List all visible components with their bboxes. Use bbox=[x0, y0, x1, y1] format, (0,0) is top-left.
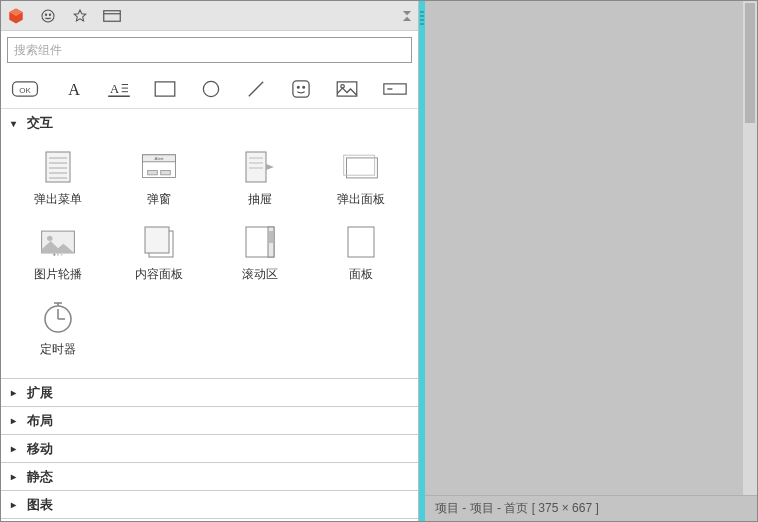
canvas-area[interactable]: 项目 - 项目 - 首页 [ 375 × 667 ] bbox=[425, 1, 757, 521]
carousel-icon bbox=[38, 226, 78, 258]
svg-rect-21 bbox=[384, 83, 406, 93]
caret-right-icon: ▸ bbox=[11, 415, 21, 426]
category-title: 图表 bbox=[27, 496, 53, 514]
left-panel: OK A A ▾ 交互 bbox=[1, 1, 419, 521]
svg-text:Alert: Alert bbox=[154, 156, 164, 161]
svg-point-18 bbox=[303, 86, 305, 88]
popup-menu-icon bbox=[38, 151, 78, 183]
component-label: 滚动区 bbox=[242, 266, 278, 283]
svg-text:OK: OK bbox=[19, 85, 31, 94]
caret-right-icon: ▸ bbox=[11, 387, 21, 398]
caret-right-icon: ▸ bbox=[11, 499, 21, 510]
component-carousel[interactable]: 图片轮播 bbox=[7, 226, 108, 283]
status-bar: 项目 - 项目 - 首页 [ 375 × 667 ] bbox=[425, 495, 757, 521]
svg-point-44 bbox=[60, 254, 62, 256]
svg-point-43 bbox=[57, 254, 59, 256]
component-label: 弹窗 bbox=[147, 191, 171, 208]
category-header-mobile[interactable]: ▸ 移动 bbox=[1, 434, 418, 462]
component-label: 抽屉 bbox=[248, 191, 272, 208]
svg-line-15 bbox=[249, 81, 263, 95]
panel-icon bbox=[341, 226, 381, 258]
box-icon[interactable] bbox=[7, 7, 25, 25]
content-panel-icon bbox=[139, 226, 179, 258]
component-popup-panel[interactable]: 弹出面板 bbox=[311, 151, 412, 208]
caret-right-icon: ▸ bbox=[11, 443, 21, 454]
component-label: 面板 bbox=[349, 266, 373, 283]
svg-rect-32 bbox=[148, 170, 158, 174]
svg-point-14 bbox=[203, 81, 218, 96]
face-icon[interactable] bbox=[291, 78, 312, 100]
category-title: 布局 bbox=[27, 412, 53, 430]
category-header-layout[interactable]: ▸ 布局 bbox=[1, 406, 418, 434]
svg-point-2 bbox=[49, 14, 50, 15]
input-field-icon[interactable] bbox=[382, 78, 408, 100]
svg-point-17 bbox=[298, 86, 300, 88]
svg-rect-33 bbox=[161, 170, 171, 174]
component-panel[interactable]: 面板 bbox=[311, 226, 412, 283]
svg-rect-13 bbox=[155, 81, 175, 95]
component-label: 弹出面板 bbox=[337, 191, 385, 208]
component-label: 内容面板 bbox=[135, 266, 183, 283]
svg-rect-46 bbox=[145, 227, 169, 253]
left-toolbar bbox=[1, 1, 418, 31]
category-header-interactive[interactable]: ▾ 交互 bbox=[1, 109, 418, 137]
image-icon[interactable] bbox=[336, 78, 358, 100]
svg-rect-16 bbox=[293, 80, 309, 96]
component-label: 定时器 bbox=[40, 341, 76, 358]
svg-point-42 bbox=[53, 254, 55, 256]
shape-bar: OK A A bbox=[1, 69, 418, 109]
status-text: 项目 - 项目 - 首页 [ 375 × 667 ] bbox=[435, 500, 599, 517]
category-title: 静态 bbox=[27, 468, 53, 486]
search-input[interactable] bbox=[7, 37, 412, 63]
drawer-icon bbox=[240, 151, 280, 183]
svg-point-0 bbox=[42, 10, 54, 22]
scroll-area-icon bbox=[240, 226, 280, 258]
circle-icon[interactable] bbox=[200, 78, 221, 100]
rectangle-icon[interactable] bbox=[154, 78, 176, 100]
line-icon[interactable] bbox=[246, 78, 267, 100]
svg-rect-3 bbox=[104, 10, 121, 21]
category-header-extension[interactable]: ▸ 扩展 bbox=[1, 378, 418, 406]
popup-panel-icon bbox=[341, 151, 381, 183]
component-label: 图片轮播 bbox=[34, 266, 82, 283]
category-title: 交互 bbox=[27, 114, 53, 132]
component-timer[interactable]: 定时器 bbox=[7, 301, 108, 358]
ok-button-icon[interactable]: OK bbox=[11, 78, 39, 100]
category-title: 移动 bbox=[27, 440, 53, 458]
svg-text:A: A bbox=[68, 81, 80, 98]
window-icon[interactable] bbox=[103, 7, 121, 25]
popup-icon: Alert bbox=[139, 151, 179, 183]
component-popup[interactable]: Alert 弹窗 bbox=[108, 151, 209, 208]
category-title: 扩展 bbox=[27, 384, 53, 402]
svg-text:A: A bbox=[110, 81, 119, 95]
component-label: 弹出菜单 bbox=[34, 191, 82, 208]
category-header-static[interactable]: ▸ 静态 bbox=[1, 462, 418, 490]
component-drawer[interactable]: 抽屉 bbox=[210, 151, 311, 208]
component-content-panel[interactable]: 内容面板 bbox=[108, 226, 209, 283]
category-header-annotate[interactable]: ▸ 批注 bbox=[1, 518, 418, 521]
svg-rect-19 bbox=[337, 81, 357, 95]
text-underline-icon[interactable]: A bbox=[108, 78, 130, 100]
svg-point-1 bbox=[45, 14, 46, 15]
svg-rect-50 bbox=[348, 227, 374, 257]
categories: ▾ 交互 弹出菜单 Alert 弹窗 抽屉 bbox=[1, 109, 418, 521]
star-icon[interactable] bbox=[71, 7, 89, 25]
category-header-chart[interactable]: ▸ 图表 bbox=[1, 490, 418, 518]
caret-right-icon: ▸ bbox=[11, 471, 21, 482]
smiley-icon[interactable] bbox=[39, 7, 57, 25]
vertical-scrollbar[interactable] bbox=[743, 1, 757, 495]
caret-down-icon: ▾ bbox=[11, 118, 21, 129]
svg-rect-34 bbox=[246, 152, 266, 182]
category-body-interactive: 弹出菜单 Alert 弹窗 抽屉 弹出面板 bbox=[1, 137, 418, 378]
svg-point-41 bbox=[47, 236, 52, 241]
svg-rect-49 bbox=[269, 231, 273, 243]
text-a-icon[interactable]: A bbox=[63, 78, 84, 100]
component-scroll-area[interactable]: 滚动区 bbox=[210, 226, 311, 283]
timer-icon bbox=[38, 301, 78, 333]
component-popup-menu[interactable]: 弹出菜单 bbox=[7, 151, 108, 208]
collapse-dropdown-icon[interactable] bbox=[402, 11, 412, 21]
